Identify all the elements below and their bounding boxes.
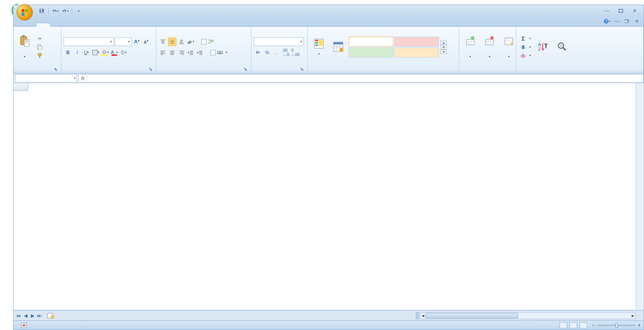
- scroll-right-button[interactable]: ▶: [630, 313, 636, 319]
- fx-icon[interactable]: fx: [79, 76, 87, 81]
- gallery-up-button[interactable]: ▴: [441, 40, 447, 45]
- gallery-down-button[interactable]: ▾: [441, 45, 447, 49]
- phonetic-button[interactable]: ㉆▾: [119, 48, 128, 57]
- page-break-view-button[interactable]: [580, 322, 587, 328]
- sheet-nav-next[interactable]: ▶: [29, 312, 36, 319]
- zoom-in-button[interactable]: +: [638, 323, 641, 328]
- gallery-more-button[interactable]: ▾: [441, 49, 447, 54]
- comma-button[interactable]: ,: [272, 48, 281, 57]
- macro-record-button[interactable]: [21, 323, 27, 328]
- delete-cells-button[interactable]: ▾: [481, 34, 498, 61]
- undo-button[interactable]: ▾: [52, 7, 59, 14]
- doc-close-button[interactable]: ✕: [634, 18, 641, 24]
- format-painter-button[interactable]: [35, 52, 46, 60]
- merge-center-button[interactable]: a▾: [209, 49, 229, 56]
- office-button[interactable]: [17, 4, 33, 20]
- fill-button[interactable]: ▾: [519, 43, 532, 51]
- fill-color-button[interactable]: ▾: [101, 48, 109, 57]
- scroll-left-button[interactable]: ◀: [420, 313, 425, 319]
- wrap-text-button[interactable]: [200, 38, 217, 45]
- number-format-combo[interactable]: ▾: [254, 37, 304, 46]
- align-left-icon: [160, 50, 166, 55]
- increase-decimal-button[interactable]: .00→.0: [281, 48, 290, 57]
- vertical-scrollbar[interactable]: [636, 83, 643, 310]
- help-button[interactable]: ?▾: [603, 18, 610, 24]
- format-as-table-button[interactable]: [329, 39, 347, 55]
- tab-page-layout[interactable]: [65, 23, 80, 26]
- horizontal-scrollbar[interactable]: ◀ ▶: [420, 312, 636, 319]
- font-size-combo[interactable]: ▾: [115, 37, 132, 46]
- tab-review[interactable]: [109, 23, 124, 26]
- scroll-thumb[interactable]: [425, 313, 518, 318]
- sort-filter-button[interactable]: AZ: [534, 39, 552, 55]
- quick-access-toolbar: ▾ ▾ ▾: [36, 5, 85, 17]
- paste-button[interactable]: ▾: [16, 34, 34, 61]
- name-box[interactable]: ▾: [15, 74, 77, 83]
- borders-button[interactable]: ▾: [92, 48, 100, 57]
- insert-cells-button[interactable]: ▾: [461, 34, 479, 61]
- align-bottom-button[interactable]: [177, 37, 186, 46]
- clear-button[interactable]: ▾: [519, 52, 532, 60]
- tab-developer[interactable]: [139, 23, 153, 26]
- orientation-button[interactable]: ab▾: [186, 37, 195, 46]
- font-color-button[interactable]: A▾: [110, 48, 119, 57]
- accounting-format-button[interactable]: ¥▾: [254, 48, 262, 57]
- tab-view[interactable]: [124, 23, 139, 26]
- copy-button[interactable]: [35, 43, 46, 51]
- conditional-format-button[interactable]: ▾: [310, 36, 328, 58]
- new-sheet-button[interactable]: [46, 312, 55, 319]
- save-button[interactable]: [38, 7, 45, 14]
- format-cells-button[interactable]: ▾: [500, 34, 518, 61]
- style-normal[interactable]: [349, 37, 393, 47]
- font-launcher[interactable]: ⬊: [148, 66, 153, 71]
- number-launcher[interactable]: ⬊: [300, 66, 304, 71]
- align-center-button[interactable]: [168, 48, 176, 57]
- zoom-thumb[interactable]: [615, 323, 618, 328]
- close-button[interactable]: ✕: [630, 8, 639, 14]
- style-bad[interactable]: [394, 37, 439, 47]
- sheet-nav-last[interactable]: ⏭: [36, 312, 43, 319]
- qat-customize[interactable]: ▾: [75, 7, 82, 14]
- align-top-button[interactable]: [159, 37, 167, 46]
- doc-restore-button[interactable]: [624, 18, 630, 24]
- clipboard-launcher[interactable]: ⬊: [53, 66, 58, 71]
- underline-button[interactable]: U▾: [82, 48, 91, 57]
- sheet-nav-first[interactable]: ⏮: [15, 312, 22, 319]
- align-right-button[interactable]: [177, 48, 186, 57]
- tab-home[interactable]: [36, 23, 51, 27]
- minimize-button[interactable]: —: [603, 8, 611, 14]
- align-left-button[interactable]: [159, 48, 167, 57]
- doc-minimize-button[interactable]: —: [613, 18, 620, 24]
- decrease-decimal-button[interactable]: .0→.00: [291, 48, 299, 57]
- sheet-nav-prev[interactable]: ◀: [22, 312, 29, 319]
- normal-view-button[interactable]: [559, 322, 567, 328]
- align-middle-button[interactable]: [168, 37, 176, 46]
- cut-button[interactable]: ✂: [35, 35, 46, 43]
- cells-area[interactable]: [28, 91, 644, 310]
- page-layout-view-button[interactable]: [569, 322, 577, 328]
- style-neutral[interactable]: [394, 48, 439, 58]
- bold-button[interactable]: B: [64, 48, 72, 57]
- tab-data[interactable]: [95, 23, 109, 26]
- zoom-slider[interactable]: [597, 325, 636, 326]
- select-all-corner[interactable]: [14, 83, 28, 91]
- font-name-combo[interactable]: ▾: [64, 37, 114, 46]
- style-good[interactable]: [349, 48, 393, 58]
- tab-insert[interactable]: [51, 23, 65, 26]
- redo-button[interactable]: ▾: [62, 7, 69, 14]
- find-select-button[interactable]: [553, 39, 571, 55]
- zoom-out-button[interactable]: −: [592, 323, 595, 328]
- maximize-button[interactable]: [617, 8, 625, 14]
- autosum-button[interactable]: Σ▾: [519, 35, 532, 43]
- italic-button[interactable]: I: [73, 48, 81, 57]
- split-handle[interactable]: [416, 312, 419, 319]
- alignment-launcher[interactable]: ⬊: [243, 66, 248, 71]
- percent-button[interactable]: %: [263, 48, 271, 57]
- increase-indent-button[interactable]: [196, 48, 204, 57]
- underline-icon: U: [84, 50, 88, 55]
- tab-formulas[interactable]: [80, 23, 95, 26]
- formula-input[interactable]: [87, 75, 643, 81]
- decrease-indent-button[interactable]: [186, 48, 195, 57]
- grow-font-button[interactable]: A▴: [132, 37, 141, 46]
- shrink-font-button[interactable]: A▾: [142, 37, 150, 46]
